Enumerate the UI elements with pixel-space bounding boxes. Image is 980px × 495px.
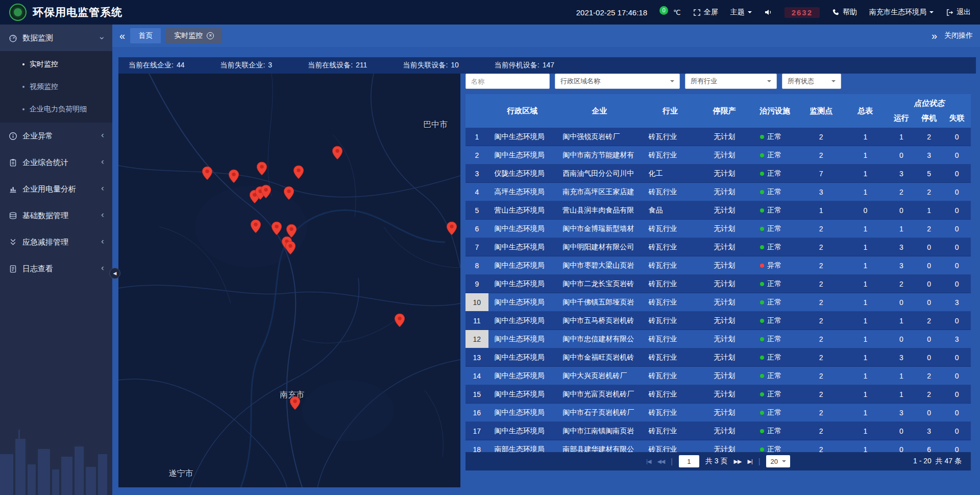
cell-stopped: 3 <box>915 146 943 164</box>
status-filter-select[interactable]: 所有状态 <box>782 74 841 89</box>
table-row[interactable]: 15阆中生态环境局阆中市光富页岩机砖厂砖瓦行业无计划正常21120 <box>465 385 971 404</box>
tab-home[interactable]: 首页 <box>130 28 161 43</box>
bullet-icon <box>22 108 24 110</box>
table-row[interactable]: 2阆中生态环境局阆中市南方节能建材有砖瓦行业无计划正常21030 <box>465 146 971 164</box>
cell-running: 1 <box>888 367 915 385</box>
map-pin-icon[interactable] <box>446 221 457 238</box>
table-row[interactable]: 14阆中生态环境局阆中大兴页岩机砖厂砖瓦行业无计划正常21120 <box>465 367 971 385</box>
header-region: 行政区域 <box>488 94 557 128</box>
fullscreen-button[interactable]: 全屏 <box>693 8 718 17</box>
tab-bar: « 首页 实时监控 × » 关闭操作 <box>112 25 980 47</box>
info-icon <box>8 131 17 140</box>
map-pin-icon[interactable] <box>228 169 239 185</box>
cell-limit: 无计划 <box>698 183 751 201</box>
close-operations-button[interactable]: 关闭操作 <box>944 31 973 40</box>
sidebar-group-2[interactable]: 企业异常› <box>0 123 112 149</box>
theme-menu[interactable]: 主题 <box>730 8 752 17</box>
map-pin-icon[interactable] <box>285 241 296 257</box>
cell-running: 3 <box>888 348 915 366</box>
map-pin-icon[interactable] <box>293 165 304 181</box>
status-dot-icon <box>760 429 764 433</box>
sidebar-group-1[interactable]: 数据监测› <box>0 25 112 51</box>
cell-offline: 3 <box>943 330 970 348</box>
map-pin-icon[interactable] <box>332 146 343 162</box>
sidebar-item-1-2[interactable]: 视频监控 <box>0 76 112 98</box>
page-size-select[interactable]: 20 <box>766 455 790 467</box>
sidebar-group-6[interactable]: 应急减排管理› <box>0 229 112 255</box>
cell-index: 4 <box>465 183 488 201</box>
map-pin-icon[interactable] <box>289 396 301 412</box>
close-tab-icon[interactable]: × <box>207 32 214 39</box>
table-row[interactable]: 17阆中生态环境局阆中市江南镇阆南页岩砖瓦行业无计划正常21030 <box>465 422 971 440</box>
cell-meter: 1 <box>843 348 888 366</box>
tabs-scroll-right-icon[interactable]: » <box>932 31 937 41</box>
table-row[interactable]: 4高坪生态环境局南充市高坪区王家店建砖瓦行业无计划正常31220 <box>465 183 971 201</box>
stat-item: 当前失联企业:3 <box>220 61 272 70</box>
cell-treatment: 正常 <box>751 128 799 146</box>
logout-button[interactable]: 退出 <box>946 8 971 17</box>
cell-running: 3 <box>888 238 915 256</box>
org-menu[interactable]: 南充市生态环境局 <box>869 8 934 17</box>
cell-region: 阆中生态环境局 <box>488 128 557 146</box>
cell-monitor: 2 <box>799 385 843 403</box>
table-row[interactable]: 5营山生态环境局营山县润丰肉食品有限食品无计划正常10010 <box>465 201 971 220</box>
app-header: 环保用电监管系统 2021-02-25 17:46:18 0 ℃ 全屏 主题 2… <box>0 0 980 25</box>
map-panel[interactable]: 巴中市南充市遂宁市 <box>118 74 460 487</box>
table-row[interactable]: 1阆中生态环境局阆中强锐页岩砖厂砖瓦行业无计划正常21120 <box>465 128 971 146</box>
industry-filter-select[interactable]: 所有行业 <box>685 74 777 89</box>
cell-region: 阆中生态环境局 <box>488 312 557 329</box>
cell-stopped: 2 <box>915 385 943 403</box>
map-pin-icon[interactable] <box>394 313 405 329</box>
sidebar-item-1-1[interactable]: 实时监控 <box>0 53 112 76</box>
cell-treatment: 正常 <box>751 404 799 421</box>
table-row[interactable]: 16阆中生态环境局阆中市石子页岩机砖厂砖瓦行业无计划正常21300 <box>465 404 971 422</box>
table-row[interactable]: 7阆中生态环境局阆中明阳建材有限公司砖瓦行业无计划正常21300 <box>465 238 971 256</box>
phone-icon <box>832 9 840 16</box>
map-pin-icon[interactable] <box>202 166 213 182</box>
status-dot-icon <box>760 264 764 268</box>
sidebar-item-1-3[interactable]: 企业电力负荷明细 <box>0 98 112 121</box>
header-stopped: 停机 <box>915 108 943 128</box>
cell-company: 阆中明阳建材有限公司 <box>556 238 642 256</box>
map-pin-icon[interactable] <box>283 186 295 202</box>
tab-realtime-monitor[interactable]: 实时监控 × <box>166 28 222 43</box>
collapse-sidebar-button[interactable]: ◀ <box>109 268 120 279</box>
table-row[interactable]: 11阆中生态环境局阆中市五马桥页岩机砖砖瓦行业无计划正常21120 <box>465 312 971 330</box>
sidebar-group-7[interactable]: 日志查看› <box>0 255 112 282</box>
stat-item: 当前失联设备:10 <box>403 61 458 70</box>
tabs-scroll-left-icon[interactable]: « <box>119 31 125 41</box>
cell-limit: 无计划 <box>698 128 751 146</box>
map-pin-icon[interactable] <box>271 221 282 238</box>
prev-page-button[interactable]: ◀◀ <box>657 458 665 465</box>
cell-running: 0 <box>888 201 915 219</box>
cell-region: 阆中生态环境局 <box>488 330 557 348</box>
name-filter-input[interactable] <box>465 74 550 89</box>
last-page-button[interactable]: ▶| <box>747 458 752 465</box>
table-row[interactable]: 6阆中生态环境局阆中市金博瑞新型墙材砖瓦行业无计划正常21120 <box>465 220 971 238</box>
table-row[interactable]: 8阆中生态环境局阆中市枣碧大梁山页岩砖瓦行业无计划异常21300 <box>465 256 971 275</box>
sidebar-group-5[interactable]: 基础数据管理› <box>0 202 112 229</box>
cell-stopped: 0 <box>915 348 943 366</box>
cell-meter: 1 <box>843 256 888 274</box>
map-pin-icon[interactable] <box>256 161 267 178</box>
next-page-button[interactable]: ▶▶ <box>734 458 742 465</box>
status-dot-icon <box>760 227 764 231</box>
table-row[interactable]: 13阆中生态环境局阆中市金福旺页岩机砖砖瓦行业无计划正常21300 <box>465 348 971 367</box>
table-row[interactable]: 9阆中生态环境局阆中市二龙长宝页岩砖砖瓦行业无计划正常21200 <box>465 275 971 293</box>
sidebar-group-3[interactable]: 企业综合统计› <box>0 149 112 176</box>
table-row[interactable]: 10阆中生态环境局阆中千佛镇五郎垭页岩砖瓦行业无计划正常21003 <box>465 293 971 312</box>
cell-industry: 砖瓦行业 <box>642 238 698 256</box>
map-pin-icon[interactable] <box>250 219 261 235</box>
region-filter-select[interactable]: 行政区域名称 <box>555 74 680 89</box>
table-row[interactable]: 12阆中生态环境局阆中市忠信建材有限公砖瓦行业无计划正常21003 <box>465 330 971 348</box>
first-page-button[interactable]: |◀ <box>646 458 651 465</box>
table-row[interactable]: 18南部生态环境局南部县建华建材有限公砖瓦行业无计划正常21060 <box>465 440 971 452</box>
help-button[interactable]: 帮助 <box>832 8 857 17</box>
speaker-button[interactable] <box>764 8 772 16</box>
page-number-input[interactable] <box>679 455 699 467</box>
map-pin-icon[interactable] <box>260 184 272 201</box>
cell-limit: 无计划 <box>698 312 751 329</box>
pagination-bar: |◀ ◀◀ | 共 3 页 ▶▶ ▶| | 20 1 - 20 共 47 条 <box>465 452 971 470</box>
table-row[interactable]: 3仪陇生态环境局西南油气田分公司川中化工无计划正常71350 <box>465 164 971 183</box>
sidebar-group-4[interactable]: 企业用电量分析› <box>0 176 112 202</box>
